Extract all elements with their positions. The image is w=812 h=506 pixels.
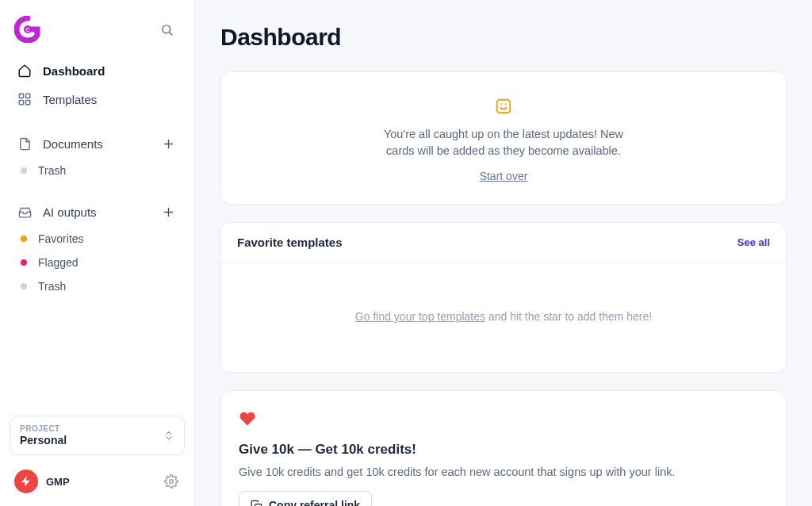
user-name: GMP: [46, 476, 70, 488]
settings-button[interactable]: [163, 473, 180, 490]
gear-icon: [164, 474, 178, 489]
app-logo[interactable]: C: [14, 16, 41, 43]
favorites-card: Favorite templates See all Go find your …: [220, 222, 787, 373]
project-label: PROJECT: [20, 424, 67, 433]
search-button[interactable]: [155, 17, 178, 41]
page-title: Dashboard: [220, 24, 787, 51]
referral-title: Give 10k — Get 10k credits!: [239, 442, 768, 458]
plus-icon: [162, 137, 175, 151]
search-icon: [160, 23, 174, 36]
svg-text:C: C: [25, 27, 29, 33]
updates-card: You're all caught up on the latest updat…: [220, 71, 787, 205]
svg-rect-6: [26, 101, 30, 105]
selector-icon: [163, 428, 174, 443]
plus-icon: [162, 205, 175, 219]
smile-icon: [495, 98, 512, 115]
outputs-trash-label: Trash: [38, 280, 66, 293]
outputs-favorites-label: Favorites: [38, 232, 84, 245]
section-documents[interactable]: Documents: [10, 128, 185, 159]
outputs-trash[interactable]: Trash: [10, 274, 185, 298]
sidebar: C Dashboard Templates Documents Tr: [0, 0, 195, 506]
svg-rect-3: [19, 94, 23, 98]
favorites-empty: Go find your top templates and hit the s…: [221, 263, 786, 372]
project-value: Personal: [20, 434, 67, 447]
home-icon: [17, 63, 32, 78]
outputs-favorites[interactable]: Favorites: [10, 227, 185, 251]
favorites-title: Favorite templates: [237, 236, 343, 249]
outputs-flagged[interactable]: Flagged: [10, 251, 185, 274]
nav-dashboard-label: Dashboard: [43, 64, 105, 78]
svg-point-2: [162, 25, 170, 33]
copy-icon: [251, 500, 262, 506]
outputs-flagged-label: Flagged: [38, 256, 79, 269]
heart-icon: [239, 410, 256, 427]
nav-templates-label: Templates: [43, 93, 97, 106]
section-ai-outputs-label: AI outputs: [43, 205, 97, 219]
svg-rect-8: [497, 100, 511, 113]
dot-icon: [21, 167, 27, 174]
updates-text: You're all caught up on the latest updat…: [377, 126, 630, 159]
section-documents-label: Documents: [43, 137, 103, 151]
referral-text: Give 10k credits and get 10k credits for…: [239, 466, 768, 478]
documents-trash-label: Trash: [38, 164, 66, 177]
nav-templates[interactable]: Templates: [10, 86, 185, 113]
user-row: GMP: [10, 466, 185, 496]
grid-icon: [17, 92, 32, 106]
bolt-icon: [20, 475, 33, 488]
start-over-link[interactable]: Start over: [480, 170, 528, 182]
see-all-link[interactable]: See all: [737, 236, 770, 248]
add-output-button[interactable]: [159, 203, 177, 220]
dot-icon: [21, 259, 27, 266]
section-ai-outputs[interactable]: AI outputs: [10, 197, 185, 227]
copy-referral-button[interactable]: Copy referral link: [239, 491, 372, 506]
dot-icon: [21, 236, 27, 242]
favorites-empty-rest: and hit the star to add them here!: [485, 310, 652, 323]
svg-point-7: [170, 480, 174, 484]
project-selector[interactable]: PROJECT Personal: [10, 416, 185, 455]
file-icon: [17, 136, 32, 151]
documents-trash[interactable]: Trash: [10, 159, 185, 182]
add-document-button[interactable]: [159, 135, 177, 152]
svg-rect-5: [19, 101, 23, 105]
main-content: Dashboard You're all caught up on the la…: [195, 0, 812, 506]
inbox-icon: [17, 205, 32, 219]
referral-card: Give 10k — Get 10k credits! Give 10k cre…: [220, 390, 787, 506]
user-avatar[interactable]: [14, 470, 38, 493]
dot-icon: [21, 283, 27, 289]
svg-rect-4: [26, 94, 30, 98]
nav-dashboard[interactable]: Dashboard: [10, 57, 185, 84]
copy-referral-label: Copy referral link: [269, 499, 360, 506]
favorites-empty-link[interactable]: Go find your top templates: [355, 310, 485, 323]
